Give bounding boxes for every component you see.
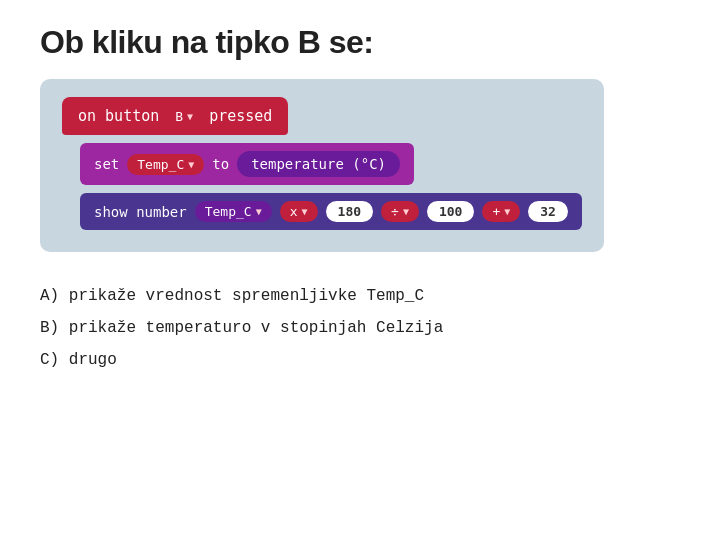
show-num1-pill[interactable]: 180 — [326, 201, 373, 222]
event-arrow: ▼ — [187, 111, 193, 122]
set-value-pill[interactable]: temperature (°C) — [237, 151, 400, 177]
show-plus-pill[interactable]: + ▼ — [482, 201, 520, 222]
set-var-pill[interactable]: Temp_C ▼ — [127, 154, 204, 175]
event-suffix: pressed — [209, 107, 272, 125]
show-var-arrow: ▼ — [256, 206, 262, 217]
event-label: on button — [78, 107, 159, 125]
show-num3: 32 — [540, 204, 556, 219]
set-block-row: set Temp_C ▼ to temperature (°C) — [80, 143, 582, 185]
set-to: to — [212, 156, 229, 172]
show-num2-pill[interactable]: 100 — [427, 201, 474, 222]
answer-c: C) drugo — [40, 344, 680, 376]
answer-a: A) prikaže vrednost spremenljivke Temp_C — [40, 280, 680, 312]
event-var: B — [175, 109, 183, 124]
show-block-row: show number Temp_C ▼ x ▼ 180 ÷ ▼ — [80, 193, 582, 230]
event-var-pill[interactable]: B ▼ — [165, 106, 203, 127]
set-block: set Temp_C ▼ to temperature (°C) — [80, 143, 414, 185]
show-keyword: show number — [94, 204, 187, 220]
set-var-arrow: ▼ — [188, 159, 194, 170]
page-title: Ob kliku na tipko B se: — [40, 24, 680, 61]
show-x-pill[interactable]: x ▼ — [280, 201, 318, 222]
set-value: temperature (°C) — [251, 156, 386, 172]
code-area: on button B ▼ pressed set Temp_C ▼ to — [40, 79, 604, 252]
show-div-pill[interactable]: ÷ ▼ — [381, 201, 419, 222]
show-plus: + — [492, 204, 500, 219]
show-var-pill[interactable]: Temp_C ▼ — [195, 201, 272, 222]
answer-b: B) prikaže temperaturo v stopinjah Celzi… — [40, 312, 680, 344]
show-x-arrow: ▼ — [302, 206, 308, 217]
show-plus-arrow: ▼ — [504, 206, 510, 217]
show-num3-pill[interactable]: 32 — [528, 201, 568, 222]
show-num2: 100 — [439, 204, 462, 219]
show-var: Temp_C — [205, 204, 252, 219]
show-div-arrow: ▼ — [403, 206, 409, 217]
show-div: ÷ — [391, 204, 399, 219]
answers-section: A) prikaže vrednost spremenljivke Temp_C… — [40, 280, 680, 376]
event-block-row: on button B ▼ pressed — [62, 97, 582, 135]
page: Ob kliku na tipko B se: on button B ▼ pr… — [0, 0, 720, 540]
show-block: show number Temp_C ▼ x ▼ 180 ÷ ▼ — [80, 193, 582, 230]
set-keyword: set — [94, 156, 119, 172]
show-num1: 180 — [338, 204, 361, 219]
show-x: x — [290, 204, 298, 219]
set-var: Temp_C — [137, 157, 184, 172]
event-block: on button B ▼ pressed — [62, 97, 288, 135]
code-wrapper: on button B ▼ pressed set Temp_C ▼ to — [40, 79, 680, 280]
